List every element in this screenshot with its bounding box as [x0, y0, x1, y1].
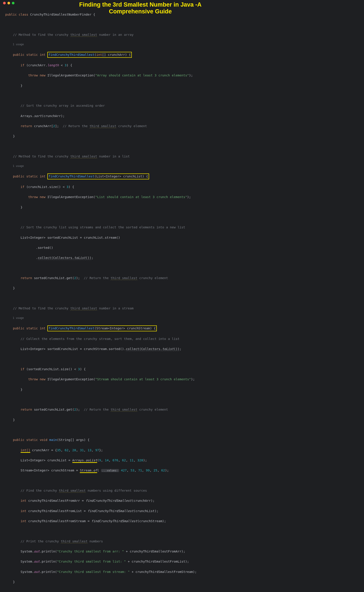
method-signature-highlight: findCrunchyThirdSmallest(List<Integer> c… — [47, 174, 149, 179]
comment: // Print the crunchy third smallest numb… — [21, 539, 103, 543]
comment: // Collect the elements from the crunchy… — [21, 337, 180, 341]
comment: // Method to find the crunchy third smal… — [13, 307, 134, 310]
method-modifiers: public static int — [13, 175, 47, 178]
keyword: class — [19, 13, 28, 16]
keyword: public — [5, 13, 17, 16]
method-signature-highlight: findCrunchyThirdSmallest(Stream<Integer>… — [47, 325, 157, 331]
close-icon[interactable] — [3, 2, 6, 4]
method-modifiers: public static int — [13, 53, 47, 56]
method-signature-highlight: findCrunchyThirdSmallest(int[] crunchArr… — [47, 52, 132, 58]
overlay-title: Finding the 3rd Smallest Number in Java … — [75, 1, 206, 15]
usage-hint[interactable]: 1 usage — [0, 42, 210, 47]
usage-hint[interactable]: 1 usage — [0, 164, 210, 168]
comment: // Sort the crunchy list using streams a… — [21, 226, 185, 229]
editor-window: Finding the 3rd Smallest Number in Java … — [0, 0, 210, 592]
method-modifiers: public static int — [13, 327, 47, 330]
comment: // Find the crunchy third smallest numbe… — [21, 489, 147, 492]
comment: // Sort the crunchy array in ascending o… — [21, 104, 105, 107]
code-editor[interactable]: public class CrunchyThirdSmallestNumberF… — [0, 6, 210, 592]
field: length — [47, 63, 59, 67]
comment: // Method to find the crunchy third smal… — [13, 155, 130, 158]
minimize-icon[interactable] — [7, 2, 10, 4]
parameter-hint: ...values: — [101, 469, 119, 472]
comment: // Method to find the crunchy third smal… — [13, 33, 134, 36]
maximize-icon[interactable] — [12, 2, 14, 4]
usage-hint[interactable]: 1 usage — [0, 316, 210, 320]
